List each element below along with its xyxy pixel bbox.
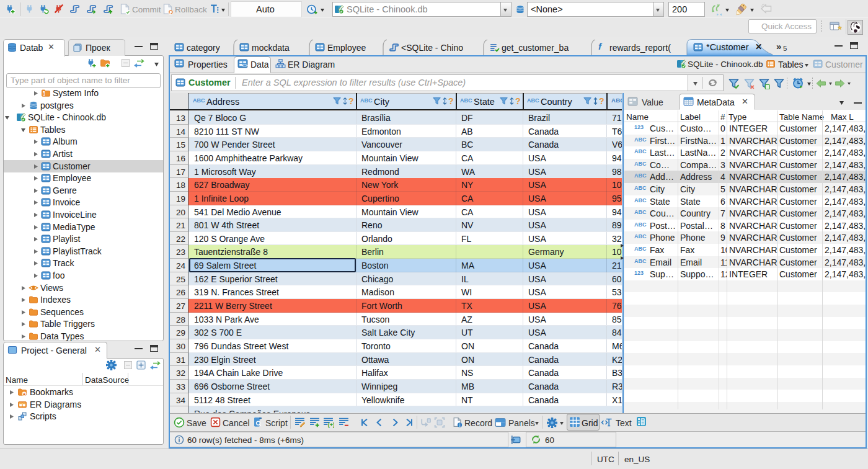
svg-text:★: ★	[22, 391, 27, 397]
svg-text:i: i	[459, 422, 461, 427]
svg-text:i: i	[43, 91, 44, 97]
svg-text:<>: <>	[242, 63, 248, 68]
svg-text:(+): (+)	[328, 422, 334, 428]
